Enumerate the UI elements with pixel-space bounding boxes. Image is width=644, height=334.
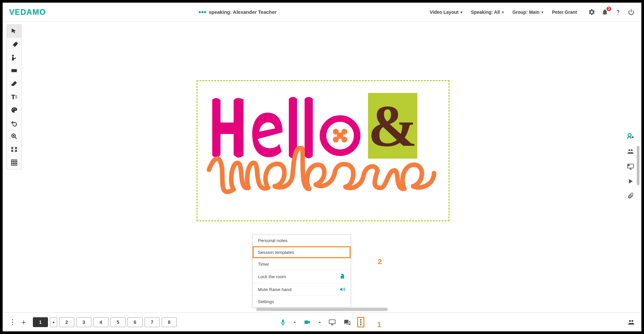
canvas-scrollbar[interactable] — [256, 308, 388, 311]
brand-logo: VEDAMO — [9, 8, 46, 17]
page-button[interactable]: 6 — [127, 317, 143, 327]
participant-self-icon — [627, 133, 634, 140]
pointer-tool[interactable] — [7, 25, 21, 38]
menu-item-label: Personal notes — [258, 238, 288, 243]
pointer-icon — [11, 28, 18, 35]
add-page-button[interactable]: ＋ — [20, 317, 28, 327]
notifications-button[interactable]: 3 — [601, 9, 609, 16]
menu-item-label: Timer — [258, 262, 269, 267]
scrollbar-thumb[interactable] — [637, 146, 639, 185]
group-label: Group: Main — [512, 10, 539, 15]
svg-point-1 — [618, 13, 618, 14]
attach-button[interactable] — [627, 192, 634, 199]
screen-share-button[interactable] — [627, 163, 634, 170]
menu-item-label: Mute Raise hand — [258, 287, 291, 292]
header-right: Video Layout ▼ Speaking: All ▼ Group: Ma… — [430, 9, 635, 16]
callout-two: 2 — [378, 257, 382, 266]
share-screen-button[interactable] — [328, 319, 336, 326]
fit-tool[interactable] — [7, 143, 21, 156]
menu-item-personal-notes[interactable]: Personal notes — [253, 235, 351, 246]
participants-icon — [627, 148, 634, 155]
speaking-dots-icon — [199, 11, 206, 13]
svg-rect-23 — [282, 319, 284, 323]
svg-point-30 — [632, 320, 633, 322]
page-button[interactable]: 2 — [59, 317, 74, 327]
group-menu[interactable]: Group: Main ▼ — [512, 10, 544, 15]
power-button[interactable] — [628, 9, 635, 16]
participants-button[interactable] — [627, 148, 634, 155]
gear-icon — [588, 9, 595, 16]
svg-point-29 — [629, 320, 631, 322]
undo-tool[interactable] — [7, 117, 21, 130]
svg-rect-3 — [12, 69, 17, 72]
shape-tool[interactable] — [7, 64, 21, 77]
page-button[interactable]: 3 — [76, 317, 91, 327]
menu-item-lock-room[interactable]: Lock the room — [253, 270, 351, 283]
menu-item-mute-raise-hand[interactable]: Mute Raise hand — [253, 283, 351, 296]
speaking-indicator: speaking: Alexander Teacher — [50, 9, 425, 15]
paperclip-icon — [627, 192, 634, 199]
menu-item-label: Lock the room — [258, 274, 286, 279]
page-button[interactable]: 5 — [110, 317, 126, 327]
mic-menu-button[interactable] — [293, 320, 297, 324]
microphone-button[interactable] — [280, 319, 286, 326]
menu-item-timer[interactable]: Timer — [253, 258, 351, 270]
left-toolbar — [7, 24, 22, 169]
bottom-center-controls — [280, 317, 364, 327]
grid-tool[interactable] — [7, 156, 21, 169]
zoom-icon — [11, 133, 18, 140]
selection-box[interactable]: & — [196, 80, 449, 221]
page-button[interactable]: 1 — [33, 317, 48, 327]
help-icon — [614, 9, 622, 16]
page-button[interactable]: 7 — [145, 317, 160, 327]
chat-button[interactable] — [343, 319, 351, 326]
text-tool[interactable] — [7, 90, 21, 103]
svg-point-18 — [333, 129, 339, 135]
settings-button[interactable] — [588, 9, 595, 16]
page-up-button[interactable]: ▲ — [50, 317, 57, 327]
zoom-tool[interactable] — [7, 130, 21, 143]
chevron-up-icon — [293, 320, 297, 324]
unlock-icon — [339, 274, 345, 279]
speaking-filter-menu[interactable]: Speaking: All ▼ — [471, 10, 504, 15]
user-name[interactable]: Peter Grant — [552, 10, 577, 15]
menu-item-settings[interactable]: Settings — [253, 296, 351, 307]
callout-one: 1 — [377, 321, 381, 329]
page-button[interactable]: 8 — [162, 317, 177, 327]
page-button[interactable]: 4 — [93, 317, 108, 327]
video-layout-label: Video Layout — [430, 10, 459, 15]
speaking-filter-label: Speaking: All — [471, 10, 500, 15]
speaking-name: Alexander Teacher — [233, 9, 277, 15]
chat-icon — [343, 319, 351, 326]
svg-point-9 — [628, 134, 631, 137]
camera-button[interactable] — [303, 319, 311, 325]
svg-point-28 — [360, 323, 362, 325]
menu-item-label: Session templates — [258, 250, 294, 255]
help-button[interactable] — [614, 9, 622, 16]
monitor-icon — [627, 163, 634, 170]
svg-point-4 — [12, 109, 13, 110]
play-button[interactable] — [627, 178, 634, 185]
chevron-down-icon: ▼ — [501, 11, 505, 14]
presenter-tool[interactable] — [7, 51, 21, 64]
participants-panel-button[interactable] — [627, 319, 635, 326]
canvas-welcome-word — [204, 140, 441, 212]
more-menu-popup: Personal notes Session templates Timer L… — [252, 234, 351, 308]
video-layout-menu[interactable]: Video Layout ▼ — [430, 10, 463, 15]
brush-tool[interactable] — [7, 38, 21, 51]
svg-point-6 — [15, 109, 15, 109]
camera-menu-button[interactable] — [318, 320, 322, 324]
user-name-label: Peter Grant — [552, 10, 577, 15]
participant-self-button[interactable] — [627, 133, 634, 140]
chevron-down-icon: ▼ — [460, 11, 463, 14]
svg-rect-22 — [341, 276, 344, 278]
color-tool[interactable] — [7, 103, 21, 117]
svg-point-14 — [628, 165, 630, 166]
drag-handle-icon[interactable]: ⋮ — [9, 318, 16, 326]
eraser-tool[interactable] — [7, 77, 21, 90]
menu-item-session-templates[interactable]: Session templates — [253, 246, 351, 258]
volume-icon — [339, 286, 345, 292]
menu-item-label: Settings — [258, 299, 274, 304]
more-button[interactable] — [357, 317, 364, 327]
svg-rect-25 — [329, 320, 335, 323]
